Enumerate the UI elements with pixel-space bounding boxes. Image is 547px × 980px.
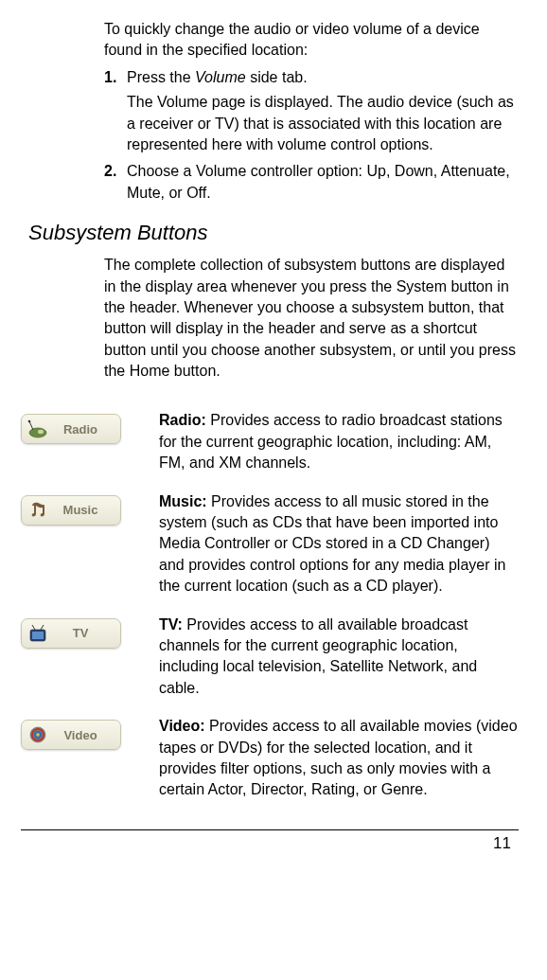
radio-icon	[27, 419, 48, 439]
section-heading: Subsystem Buttons	[28, 221, 519, 245]
tv-label: TV	[48, 626, 113, 640]
button-row-music: Music Music: Provides access to all musi…	[21, 491, 519, 597]
step-1-number: 1.	[104, 67, 127, 156]
section-desc-text: The complete collection of subsystem but…	[104, 255, 519, 382]
step-2-body: Choose a Volume controller option: Up, D…	[127, 161, 519, 204]
svg-point-3	[28, 420, 31, 423]
tv-desc-label: TV:	[159, 616, 183, 633]
section-desc: The complete collection of subsystem but…	[104, 255, 519, 382]
video-desc: Video: Provides access to all available …	[159, 716, 519, 801]
video-icon	[27, 724, 48, 745]
step-2-text: Choose a Volume controller option: Up, D…	[127, 161, 519, 204]
step-1-sub: The Volume page is displayed. The audio …	[127, 92, 519, 155]
step-2: 2. Choose a Volume controller option: Up…	[104, 161, 519, 204]
music-icon	[27, 500, 48, 521]
intro-paragraph: To quickly change the audio or video vol…	[104, 19, 519, 62]
svg-point-1	[38, 430, 44, 434]
step-1-text: Press the Volume side tab.	[127, 67, 519, 88]
video-label: Video	[48, 728, 113, 742]
tv-desc-text: Provides access to all available broadca…	[159, 616, 477, 696]
music-desc: Music: Provides access to all music stor…	[159, 491, 519, 597]
music-desc-text: Provides access to all music stored in t…	[159, 493, 505, 595]
radio-desc-label: Radio:	[159, 412, 206, 428]
music-label: Music	[48, 503, 113, 517]
button-row-video: Video Video: Provides access to all avai…	[21, 716, 519, 801]
svg-line-6	[32, 625, 35, 630]
step-2-number: 2.	[104, 161, 127, 204]
video-button[interactable]: Video	[21, 720, 121, 750]
radio-button[interactable]: Radio	[21, 414, 121, 444]
page: To quickly change the audio or video vol…	[0, 0, 547, 872]
page-number: 11	[21, 834, 519, 853]
buttons-block: Radio Radio: Provides access to radio br…	[21, 410, 519, 800]
step-1: 1. Press the Volume side tab. The Volume…	[104, 67, 519, 156]
svg-line-2	[29, 421, 33, 430]
tv-button[interactable]: TV	[21, 618, 121, 649]
svg-rect-5	[32, 632, 44, 639]
step-1-body: Press the Volume side tab. The Volume pa…	[127, 67, 519, 156]
music-button[interactable]: Music	[21, 495, 121, 526]
radio-label: Radio	[48, 422, 113, 437]
steps-list: 1. Press the Volume side tab. The Volume…	[104, 67, 519, 204]
radio-desc: Radio: Provides access to radio broadcas…	[159, 410, 519, 473]
video-desc-text: Provides access to all available movies …	[159, 718, 518, 797]
svg-line-7	[41, 625, 44, 630]
music-desc-label: Music:	[159, 493, 207, 509]
video-desc-label: Video:	[159, 718, 205, 734]
intro-text: To quickly change the audio or video vol…	[104, 19, 519, 62]
button-row-tv: TV TV: Provides access to all available …	[21, 615, 519, 700]
svg-point-0	[29, 428, 46, 437]
tv-icon	[27, 623, 48, 644]
tv-desc: TV: Provides access to all available bro…	[159, 615, 519, 700]
svg-point-11	[37, 734, 40, 737]
radio-desc-text: Provides access to radio broadcast stati…	[159, 412, 503, 471]
footer-divider	[21, 829, 519, 830]
button-row-radio: Radio Radio: Provides access to radio br…	[21, 410, 519, 473]
